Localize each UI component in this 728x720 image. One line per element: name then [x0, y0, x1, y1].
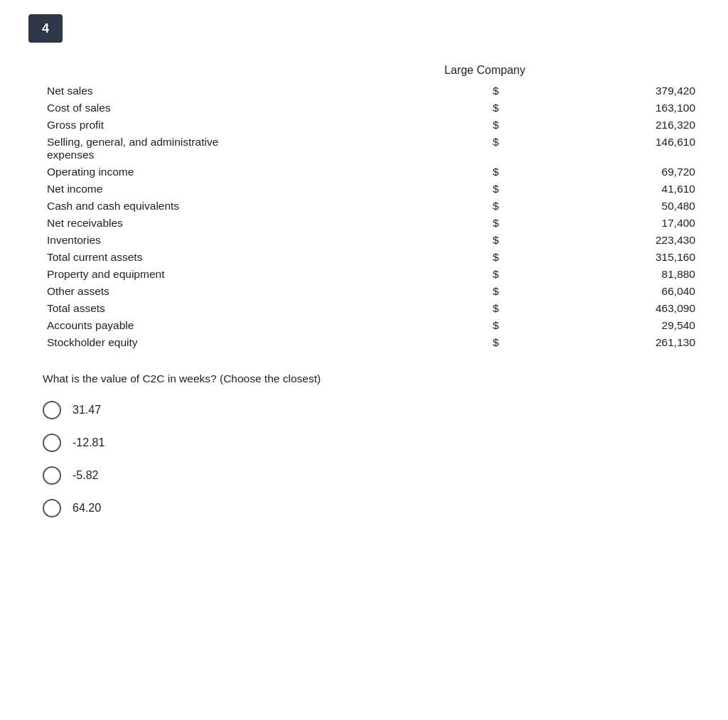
dollar-sign: $ [488, 134, 559, 163]
financial-label: Accounts payable [43, 317, 488, 334]
dollar-sign: $ [488, 232, 559, 249]
content-area: Large Company Net sales$379,420Cost of s… [28, 64, 700, 517]
financial-row: Operating income$69,720 [43, 163, 700, 181]
dollar-sign: $ [488, 198, 559, 215]
financial-value: 463,090 [559, 300, 700, 317]
financial-label: Total current assets [43, 249, 488, 266]
financial-value: 261,130 [559, 334, 700, 351]
financial-value: 29,540 [559, 317, 700, 334]
financial-row: Cost of sales$163,100 [43, 100, 700, 117]
option-item-d[interactable]: 64.20 [43, 499, 700, 517]
financial-value: 379,420 [559, 82, 700, 100]
financial-row: Other assets$66,040 [43, 283, 700, 300]
option-label-d: 64.20 [73, 502, 101, 515]
dollar-sign: $ [488, 300, 559, 317]
dollar-sign: $ [488, 266, 559, 283]
financial-value: 223,430 [559, 232, 700, 249]
financial-label: Selling, general, and administrativeexpe… [43, 134, 488, 163]
dollar-sign: $ [488, 100, 559, 117]
radio-d[interactable] [43, 499, 61, 517]
financial-value: 66,040 [559, 283, 700, 300]
financial-row: Net receivables$17,400 [43, 215, 700, 232]
dollar-sign: $ [488, 283, 559, 300]
option-item-b[interactable]: -12.81 [43, 434, 700, 452]
financial-table: Net sales$379,420Cost of sales$163,100Gr… [43, 82, 700, 351]
option-label-c: -5.82 [73, 469, 98, 482]
financial-row: Total assets$463,090 [43, 300, 700, 317]
financial-row: Stockholder equity$261,130 [43, 334, 700, 351]
dollar-sign: $ [488, 181, 559, 198]
options-list: 31.47-12.81-5.8264.20 [43, 401, 700, 517]
dollar-sign: $ [488, 334, 559, 351]
financial-label: Total assets [43, 300, 488, 317]
radio-a[interactable] [43, 401, 61, 419]
question-number-badge: 4 [28, 14, 63, 43]
financial-label: Inventories [43, 232, 488, 249]
dollar-sign: $ [488, 215, 559, 232]
radio-c[interactable] [43, 466, 61, 485]
financial-value: 17,400 [559, 215, 700, 232]
option-label-b: -12.81 [73, 436, 105, 449]
financial-label: Stockholder equity [43, 334, 488, 351]
option-item-c[interactable]: -5.82 [43, 466, 700, 485]
radio-b[interactable] [43, 434, 61, 452]
financial-label: Property and equipment [43, 266, 488, 283]
financial-row: Property and equipment$81,880 [43, 266, 700, 283]
financial-label: Cost of sales [43, 100, 488, 117]
financial-value: 69,720 [559, 163, 700, 181]
financial-label: Gross profit [43, 117, 488, 134]
financial-value: 146,610 [559, 134, 700, 163]
dollar-sign: $ [488, 163, 559, 181]
dollar-sign: $ [488, 82, 559, 100]
option-label-a: 31.47 [73, 404, 101, 417]
financial-label: Operating income [43, 163, 488, 181]
financial-row: Net income$41,610 [43, 181, 700, 198]
page-container: 4 Large Company Net sales$379,420Cost of… [0, 0, 728, 720]
financial-value: 315,160 [559, 249, 700, 266]
financial-value: 81,880 [559, 266, 700, 283]
financial-row: Net sales$379,420 [43, 82, 700, 100]
financial-label: Net income [43, 181, 488, 198]
financial-label: Net receivables [43, 215, 488, 232]
financial-row: Inventories$223,430 [43, 232, 700, 249]
option-item-a[interactable]: 31.47 [43, 401, 700, 419]
financial-row: Cash and cash equivalents$50,480 [43, 198, 700, 215]
dollar-sign: $ [488, 317, 559, 334]
financial-row: Gross profit$216,320 [43, 117, 700, 134]
financial-value: 50,480 [559, 198, 700, 215]
financial-row: Selling, general, and administrativeexpe… [43, 134, 700, 163]
financial-label: Net sales [43, 82, 488, 100]
financial-label: Cash and cash equivalents [43, 198, 488, 215]
company-header: Large Company [43, 64, 700, 77]
financial-value: 41,610 [559, 181, 700, 198]
dollar-sign: $ [488, 249, 559, 266]
question-text: What is the value of C2C in weeks? (Choo… [43, 372, 700, 385]
financial-value: 216,320 [559, 117, 700, 134]
financial-value: 163,100 [559, 100, 700, 117]
financial-row: Accounts payable$29,540 [43, 317, 700, 334]
financial-label: Other assets [43, 283, 488, 300]
financial-row: Total current assets$315,160 [43, 249, 700, 266]
dollar-sign: $ [488, 117, 559, 134]
